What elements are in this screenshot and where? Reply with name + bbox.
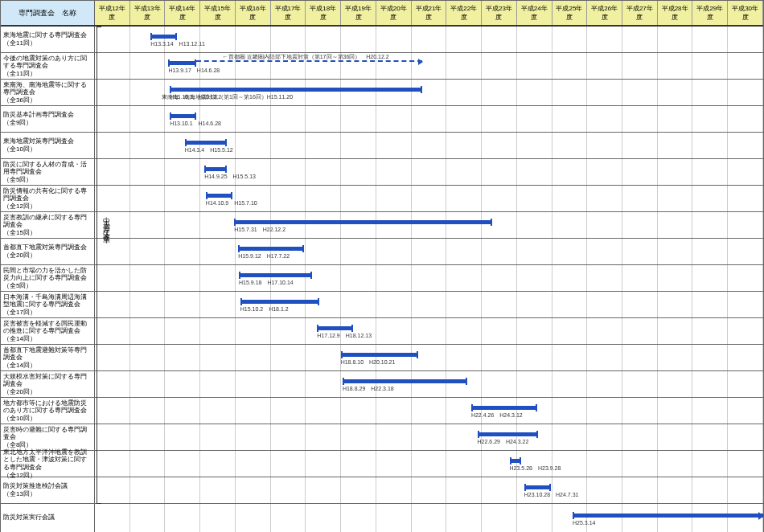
bar-label: ←首都圏 近畿圏内陸部下地震対策（第17回～第36回） H20.12.2 bbox=[223, 53, 389, 61]
row-count: （全20回） bbox=[3, 252, 92, 260]
group-bracket bbox=[97, 27, 101, 504]
bar-label: H14.10.9 H15.7.10 bbox=[206, 199, 257, 207]
row-label: 災害教訓の継承に関する専門調査会（全15回） bbox=[1, 212, 94, 239]
year-header: 平成21年度 bbox=[412, 1, 447, 25]
row-count: （全15回） bbox=[3, 229, 92, 237]
year-header: 平成12年度 bbox=[95, 1, 130, 25]
row-title: 災害時の避難に関する専門調査会 bbox=[3, 426, 92, 441]
row-count: （全10回） bbox=[3, 145, 92, 153]
gantt-bar-open bbox=[573, 514, 763, 518]
row-title: 防災対策実行会議 bbox=[3, 514, 92, 522]
chart-row: H15.7.31 H22.12.2 bbox=[95, 212, 763, 239]
chart-row: H14.3.4 H15.5.12 bbox=[95, 133, 763, 159]
chart-row: H22.6.29 H24.3.22 bbox=[95, 424, 763, 451]
row-label: 日本海溝・千島海溝周辺海溝型地震に関する専門調査会（全17回） bbox=[1, 292, 94, 318]
year-header: 平成20年度 bbox=[376, 1, 412, 25]
gantt-bar bbox=[185, 141, 227, 145]
row-label: 首都直下地震避難対策等専門調査会（全14回） bbox=[1, 345, 94, 371]
year-header: 平成29年度 bbox=[692, 1, 728, 25]
row-label: 防災に関する人材の育成・活用専門調査会（全5回） bbox=[1, 159, 94, 186]
year-header: 平成19年度 bbox=[341, 1, 376, 25]
row-label: 東北地方太平洋沖地震を教訓とした地震・津波対策に関する専門調査会（全12回） bbox=[1, 451, 94, 477]
row-title: 地方都市等における地震防災のあり方に関する専門調査会 bbox=[3, 399, 92, 415]
bar-sublabel: 東南海、南海地震対策（第1回～第16回）H15.11.20 bbox=[162, 93, 293, 101]
chart-row: H14.9.25 H15.5.13 bbox=[95, 159, 763, 186]
gantt-bar bbox=[240, 300, 319, 304]
header-row: 専門調査会 名称 平成12年度平成13年度平成14年度平成15年度平成16年度平… bbox=[1, 1, 763, 27]
row-title: 今後の地震対策のあり方に関する専門調査会 bbox=[3, 55, 92, 70]
gantt-bar bbox=[471, 406, 537, 410]
bar-label: H14.9.25 H15.5.13 bbox=[204, 173, 256, 181]
bar-label: H14.3.4 H15.5.12 bbox=[185, 146, 233, 154]
bar-label: H18.8.10 H20.10.21 bbox=[341, 358, 396, 366]
row-label: 災害被害を軽減する国民運動の推進に関する専門調査会（全14回） bbox=[1, 318, 94, 345]
gantt-bar bbox=[150, 35, 176, 39]
row-title: 災害被害を軽減する国民運動の推進に関する専門調査会 bbox=[3, 320, 92, 335]
row-label: 東南海、南海地震等に関する専門調査会（全36回） bbox=[1, 80, 94, 106]
row-title: 防災基本計画専門調査会 bbox=[3, 111, 92, 119]
gantt-bar bbox=[206, 194, 232, 198]
row-title: 災害教訓の継承に関する専門調査会 bbox=[3, 214, 92, 229]
row-count: （全5回） bbox=[3, 282, 92, 290]
chart-row: H23.10.28 H24.7.31 bbox=[95, 477, 763, 504]
row-count: （全5回） bbox=[3, 176, 92, 184]
row-count: （全12回） bbox=[3, 203, 92, 211]
gantt-bar bbox=[168, 61, 195, 65]
year-header: 平成25年度 bbox=[552, 1, 588, 25]
row-count: （全20回） bbox=[3, 388, 92, 396]
row-title: 防災情報の共有化に関する専門調査会 bbox=[3, 187, 92, 203]
gantt-chart: 専門調査会 名称 平成12年度平成13年度平成14年度平成15年度平成16年度平… bbox=[0, 0, 764, 532]
row-title: 日本海溝・千島海溝周辺海溝型地震に関する専門調査会 bbox=[3, 293, 92, 309]
row-label: 防災対策実行会議 bbox=[1, 504, 94, 530]
row-count: （全36回） bbox=[3, 96, 92, 104]
bar-label: H25.3.14 bbox=[573, 520, 595, 526]
row-title: 東北地方太平洋沖地震を教訓とした地震・津波対策に関する専門調査会 bbox=[3, 448, 92, 472]
gantt-bar bbox=[478, 432, 539, 436]
row-count: （全11回） bbox=[3, 39, 92, 47]
year-header: 平成28年度 bbox=[658, 1, 693, 25]
chart-row: H13.10.3 H20.12.2東南海、南海地震対策（第1回～第16回）H15… bbox=[95, 80, 763, 106]
row-title: 東南海、南海地震等に関する専門調査会 bbox=[3, 81, 92, 96]
bar-label: H15.9.12 H17.7.22 bbox=[238, 252, 290, 260]
bar-label: H22.4.26 H24.3.12 bbox=[471, 411, 523, 419]
row-title: 東海地震に関する専門調査会 bbox=[3, 31, 92, 39]
year-header: 平成22年度 bbox=[446, 1, 482, 25]
gantt-bar bbox=[317, 326, 352, 330]
row-label: 大規模水害対策に関する専門調査会（全20回） bbox=[1, 371, 94, 398]
chart-row: H13.3.14 H13.12.11 bbox=[95, 27, 763, 53]
row-title: 防災に関する人材の育成・活用専門調査会 bbox=[3, 161, 92, 176]
bar-label: H13.10.1 H14.6.28 bbox=[170, 120, 221, 128]
bar-label: H13.3.14 H13.12.11 bbox=[150, 40, 205, 48]
bar-label: H23.5.28 H23.9.28 bbox=[510, 464, 561, 473]
chart-row: H15.9.18 H17.10.14 bbox=[95, 265, 763, 292]
year-header: 平成24年度 bbox=[517, 1, 552, 25]
chart-row: H15.10.2 H18.1.2 bbox=[95, 292, 763, 318]
chart-row: H18.8.10 H20.10.21 bbox=[95, 345, 763, 371]
row-label: 防災対策推進検討会議（全13回） bbox=[1, 477, 94, 504]
chart-area: H13.3.14 H13.12.11H13.9.17 H14.6.28←首都圏 … bbox=[95, 27, 763, 532]
chart-row: H13.10.1 H14.6.28 bbox=[95, 106, 763, 133]
bar-label: H15.10.2 H18.1.2 bbox=[240, 305, 289, 313]
bar-label: H23.10.28 H24.7.31 bbox=[524, 491, 579, 499]
row-label: 災害時の避難に関する専門調査会（全8回） bbox=[1, 424, 94, 451]
year-headers: 平成12年度平成13年度平成14年度平成15年度平成16年度平成17年度平成18… bbox=[95, 1, 763, 25]
year-header: 平成23年度 bbox=[482, 1, 517, 25]
gantt-bar bbox=[524, 485, 551, 489]
label-column: 東海地震に関する専門調査会（全11回）今後の地震対策のあり方に関する専門調査会（… bbox=[1, 27, 95, 532]
row-label: 地方都市等における地震防災のあり方に関する専門調査会（全10回） bbox=[1, 398, 94, 424]
group-bracket-label: 中央省庁等改革 bbox=[101, 211, 112, 234]
row-title: 首都直下地震対策専門調査会 bbox=[3, 243, 92, 252]
gantt-bar bbox=[341, 353, 418, 357]
chart-row: H22.4.26 H24.3.12 bbox=[95, 398, 763, 424]
row-count: （全13回） bbox=[3, 490, 92, 498]
row-title: 大規模水害対策に関する専門調査会 bbox=[3, 373, 92, 388]
bar-label: H13.9.17 H14.6.28 bbox=[168, 67, 220, 75]
bar-label: H22.6.29 H24.3.22 bbox=[478, 438, 529, 446]
row-label: 東海地震対策専門調査会（全10回） bbox=[1, 133, 94, 159]
row-label: 首都直下地震対策専門調査会（全20回） bbox=[1, 239, 94, 265]
year-header: 平成30年度 bbox=[728, 1, 763, 25]
row-label: 防災情報の共有化に関する専門調査会（全12回） bbox=[1, 186, 94, 212]
chart-row: H18.8.29 H22.3.18 bbox=[95, 371, 763, 398]
chart-row: H23.5.28 H23.9.28 bbox=[95, 451, 763, 477]
bar-label: H18.8.29 H22.3.18 bbox=[343, 385, 394, 393]
